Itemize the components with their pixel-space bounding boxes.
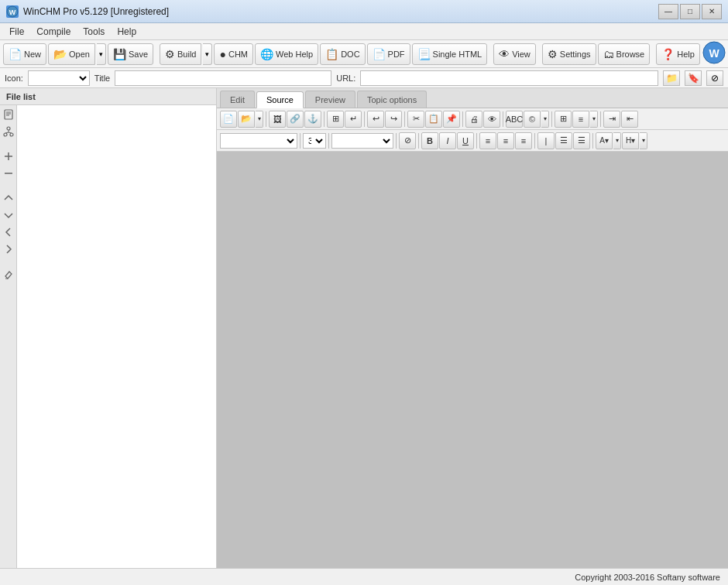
ed-sep-13 [476,133,477,149]
ed-anchor-btn[interactable]: ⚓ [304,111,321,128]
ed-spell-btn[interactable]: ABC [506,111,523,128]
window-title: WinCHM Pro v5.129 [Unregistered] [23,6,169,17]
ed-sep-12 [418,133,419,149]
settings-button[interactable]: ⚙ Settings [542,43,596,65]
ed-redo-btn[interactable]: ↪ [385,111,402,128]
tab-topic-options[interactable]: Topic options [357,91,427,108]
tab-edit[interactable]: Edit [220,91,255,108]
build-button-group: ⚙ Build ▾ [160,43,212,65]
ed-paste-btn[interactable]: 📌 [443,111,460,128]
sidebar-icon-tree[interactable] [2,125,15,138]
menu-help[interactable]: Help [111,23,143,39]
sidebar-icon-up[interactable] [2,192,15,204]
sidebar-icon-down[interactable] [2,209,15,221]
ed-cut-btn[interactable]: ✂ [407,111,424,128]
menu-file[interactable]: File [3,23,30,39]
svg-line-12 [5,132,9,133]
build-button[interactable]: ⚙ Build [160,43,201,65]
ed-sep-3 [364,111,365,127]
sidebar-icon-right[interactable] [2,243,15,255]
chm-button[interactable]: ● CHM [214,43,253,65]
ed-underline-btn[interactable]: U [457,132,474,149]
status-bar: Copyright 2003-2016 Softany software [0,568,728,585]
ed-format-dropdown[interactable]: ▾ [541,111,549,128]
ed-insert-btn[interactable]: ↵ [345,111,362,128]
doc-button[interactable]: 📋 DOC [320,43,365,65]
icon-select[interactable] [28,70,90,86]
icon-label: Icon: [5,74,23,83]
ed-layer-btn[interactable]: ≡ [572,111,589,128]
maximize-button[interactable]: □ [680,4,700,19]
browse-button[interactable]: 🗂 Browse [598,43,651,65]
ed-link-btn[interactable]: 🔗 [287,111,304,128]
ed-vline-btn[interactable]: | [537,132,555,149]
ed-font-select[interactable] [220,133,297,149]
menu-compile[interactable]: Compile [30,23,77,39]
ed-fontcolor-btn[interactable]: A▾ [596,132,613,149]
ed-open-btn[interactable]: 📂 [238,111,255,128]
ed-align-center-btn[interactable]: ≡ [497,132,514,149]
sidebar-icon-rename[interactable] [2,268,15,280]
title-input[interactable] [115,70,331,86]
open-dropdown-arrow[interactable]: ▾ [97,43,106,65]
ed-bulllist-btn[interactable]: ☰ [573,132,590,149]
sidebar-icon-add[interactable] [2,150,15,162]
menu-tools[interactable]: Tools [77,23,111,39]
ed-style-select[interactable] [331,133,393,149]
ed-new-doc-btn[interactable]: 📄 [220,111,237,128]
ed-print-btn[interactable]: 🖨 [465,111,482,128]
browse-url-button[interactable]: 📁 [663,70,680,86]
ed-layer-dropdown[interactable]: ▾ [590,111,598,128]
tab-source[interactable]: Source [256,91,304,108]
help-button[interactable]: ❓ Help [656,43,700,65]
open-button[interactable]: 📂 Open [48,43,95,65]
url-input[interactable] [360,70,658,86]
sidebar-icon-left[interactable] [2,226,15,238]
svg-point-10 [10,133,13,136]
ed-image-btn[interactable]: 🖼 [269,111,286,128]
pdf-icon: 📄 [373,48,386,60]
ed-highlight-btn[interactable]: H▾ [622,132,639,149]
minimize-button[interactable]: — [658,4,678,19]
close-button[interactable]: ✕ [702,4,722,19]
new-button[interactable]: 📄 New [3,43,46,65]
ed-numlist-btn[interactable]: ☰ [555,132,572,149]
sidebar-icon-page[interactable] [2,108,15,121]
ed-bold-btn[interactable]: B [421,132,438,149]
ed-open-dropdown[interactable]: ▾ [256,111,263,128]
ed-fontcolor-dropdown[interactable]: ▾ [613,132,621,149]
singlehtml-button[interactable]: 📃 Single HTML [412,43,488,65]
title-bar-left: W WinCHM Pro v5.129 [Unregistered] [6,5,169,18]
bookmark-button[interactable]: 🔖 [685,70,702,86]
pdf-button[interactable]: 📄 PDF [367,43,410,65]
file-list-sidebar [0,105,216,568]
ed-align-left-btn[interactable]: ≡ [479,132,496,149]
save-icon: 💾 [113,48,126,60]
editor-content[interactable] [217,152,728,568]
ed-table-btn[interactable]: ⊞ [327,111,344,128]
ed-copy-btn[interactable]: 📋 [425,111,442,128]
save-button[interactable]: 💾 Save [108,43,153,65]
ed-align-right-btn[interactable]: ≡ [515,132,532,149]
ed-table2-btn[interactable]: ⊞ [555,111,572,128]
tab-preview[interactable]: Preview [305,91,355,108]
webhelp-button[interactable]: 🌐 Web Help [255,43,318,65]
svg-line-13 [9,132,12,133]
view-button[interactable]: 👁 View [493,43,536,65]
clear-url-button[interactable]: ⊘ [706,70,723,86]
ed-size-select[interactable]: 3 [303,133,326,149]
ed-undo-btn[interactable]: ↩ [367,111,384,128]
ed-format-btn[interactable]: © [524,111,541,128]
ed-clear-format-btn[interactable]: ⊘ [399,132,416,149]
ed-preview-btn[interactable]: 👁 [483,111,500,128]
ed-indent-btn[interactable]: ⇥ [603,111,620,128]
ed-italic-btn[interactable]: I [439,132,456,149]
file-tree[interactable] [17,105,216,568]
build-dropdown-arrow[interactable]: ▾ [203,43,212,65]
ed-outdent-btn[interactable]: ⇤ [621,111,638,128]
sidebar-icon-remove[interactable] [2,167,15,180]
ed-sep-8 [600,111,601,127]
build-icon: ⚙ [165,48,175,60]
file-list-header: File list [0,88,216,105]
ed-highlight-dropdown[interactable]: ▾ [640,132,647,149]
